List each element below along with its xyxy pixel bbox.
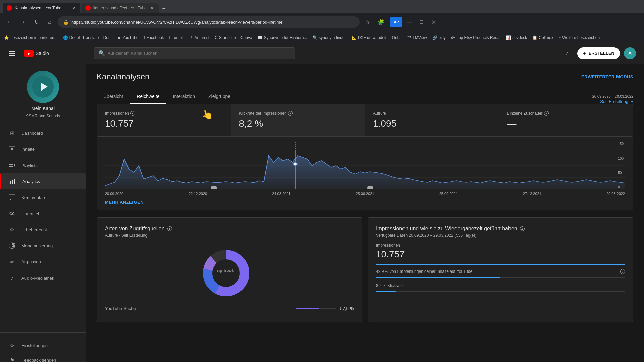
bookmark-canva[interactable]: C Startseite – Canva (215, 35, 252, 40)
stats-row: Impressionen ▲ 10.757 Klickrate der Impr… (97, 104, 633, 137)
x-label-5: 27.12.2021 (523, 192, 541, 196)
bookmark-tmview[interactable]: ™ TMView (407, 35, 427, 40)
help-button[interactable]: ? (560, 47, 573, 60)
sidebar-item-audio[interactable]: ♪ Audio-Mediathek (0, 270, 86, 286)
tab-close-studio[interactable]: ✕ (71, 5, 76, 11)
date-selector: 20.09.2020 – 29.03.2022 Seit Erstellung … (592, 94, 633, 104)
bookmark-youtube[interactable]: ▶ YouTube (118, 35, 138, 40)
svg-rect-27 (367, 186, 373, 189)
date-selector-button[interactable]: Seit Erstellung ▾ (600, 99, 633, 104)
sidebar-item-anpassen[interactable]: ✏ Anpassen (0, 254, 86, 270)
tab-youtube[interactable]: lighter sound effect - YouTube ✕ (81, 3, 159, 13)
extensions-button[interactable]: 🧩 (376, 17, 386, 27)
new-tab-button[interactable]: + (159, 4, 169, 13)
tab-close-youtube[interactable]: ✕ (149, 5, 155, 11)
channel-avatar[interactable] (27, 71, 59, 103)
date-chevron-icon: ▾ (631, 99, 633, 104)
svg-rect-14 (16, 181, 16, 184)
svg-marker-6 (11, 148, 14, 150)
anpassen-label: Anpassen (21, 259, 41, 264)
forward-button[interactable]: → (17, 17, 28, 27)
minimize-button[interactable]: — (404, 17, 415, 27)
chart-x-axis: 20.09.2020 22.12.2020 24.03.2021 25.06.2… (105, 192, 625, 196)
search-icon: 🔍 (98, 50, 105, 56)
bookmark-facebook[interactable]: f Facebook (144, 35, 164, 40)
svg-text:$: $ (12, 242, 15, 248)
einstellungen-label: Einstellungen (21, 343, 48, 348)
back-button[interactable]: ← (4, 17, 15, 27)
funnel-bar-3-fill (376, 291, 396, 292)
top-header: 🔍 ? + ERSTELLEN A (86, 43, 644, 64)
stat-label-klickrate: Klickrate der Impressionen ▲ (239, 111, 357, 116)
y-label-50: 50 (618, 171, 624, 175)
bookmark-star[interactable]: ☆ (362, 17, 373, 27)
extended-mode-button[interactable]: ERWEITERTER MODUS (581, 74, 633, 79)
impressionen-info-icon[interactable]: ▲ (130, 111, 135, 116)
bookmark-collmex[interactable]: 📋 Collmex (532, 35, 553, 40)
bookmark-deepl[interactable]: 🌐 DeepL Translate – Der... (63, 35, 113, 40)
stat-card-zuschauer: Einzelne Zuschauer ▲ — (499, 104, 633, 136)
sidebar-item-urheberrecht[interactable]: © Urheberrecht (0, 222, 86, 238)
inhalte-icon (8, 145, 16, 153)
search-input[interactable] (108, 51, 291, 56)
channel-name: Mein Kanal (31, 106, 55, 111)
sidebar-item-feedback[interactable]: ⚑ Feedback senden (0, 353, 86, 362)
analytics-label: Analytics (22, 179, 40, 184)
show-more-button[interactable]: MEHR ANZEIGEN (105, 200, 625, 205)
sidebar-item-inhalte[interactable]: Inhalte (0, 141, 86, 157)
klickrate-info-icon[interactable]: ▲ (288, 111, 293, 116)
user-avatar[interactable]: A (624, 47, 636, 59)
dashboard-icon: ⊞ (8, 129, 16, 137)
sidebar-item-analytics[interactable]: Analytics (0, 173, 86, 189)
address-bar[interactable]: 🔒 https://studio.youtube.com/channel/UCv… (58, 16, 360, 28)
bookmark-synonyme[interactable]: 📖 Synonyme für Einhorn... (258, 35, 307, 40)
bookmark-tumblr[interactable]: t Tumblr (169, 35, 184, 40)
tab-zielgruppe[interactable]: Zielgruppe (202, 89, 237, 104)
bookmark-synonym-finder[interactable]: 🔍 synonym finder (312, 35, 346, 40)
chart-area: 150 100 50 0 (105, 142, 625, 189)
sidebar-item-einstellungen[interactable]: ⚙ Einstellungen (0, 338, 86, 353)
sidebar-item-monetarisierung[interactable]: $ Monetarisierung (0, 238, 86, 254)
bookmark-sevdesk[interactable]: 📊 sevdesk (506, 35, 527, 40)
bookmark-bitly[interactable]: 🔗 bitly (432, 35, 446, 40)
hamburger-button[interactable] (5, 47, 19, 60)
bookmark-dxf[interactable]: 📐 DXF umwandeln – Onl... (352, 35, 402, 40)
zuschauer-info-icon[interactable]: ▲ (544, 111, 549, 116)
funnel-info-icon[interactable]: ℹ (620, 269, 625, 274)
sidebar-item-dashboard[interactable]: ⊞ Dashboard (0, 125, 86, 141)
audio-icon: ♪ (8, 274, 16, 282)
sidebar-item-kommentare[interactable]: Kommentare (0, 189, 86, 205)
donut-chart: Zugriffsquell... (196, 246, 263, 300)
close-button[interactable]: ✕ (428, 17, 439, 27)
tab-reichweite[interactable]: Reichweite (130, 89, 166, 104)
playlists-icon (8, 161, 16, 169)
bookmark-etsy[interactable]: 🛍 Top Etsy Products Res... (451, 35, 500, 40)
impressions-value: 10.757 (376, 249, 625, 260)
yt-studio-logo[interactable]: Studio (24, 50, 49, 57)
bookmark-pinterest[interactable]: P Pinterest (190, 35, 209, 40)
svg-rect-8 (9, 164, 13, 165)
impressions-funnel: Impressionen 10.757 49,9 % von Empfehlun… (376, 243, 625, 292)
profile-button[interactable]: AP (390, 17, 402, 27)
maximize-button[interactable]: □ (416, 17, 427, 27)
sidebar: Studio Mein Kanal ASMR and Sounds ⊞ Dash… (0, 43, 86, 362)
create-button[interactable]: + ERSTELLEN (577, 47, 620, 59)
tab-ubersicht[interactable]: Übersicht (97, 89, 130, 104)
traffic-info-icon[interactable]: ▲ (167, 226, 172, 231)
stat-value-zuschauer: — (507, 118, 625, 129)
bookmark-more[interactable]: » Weitere Lesezeichen (559, 35, 600, 40)
source-bar-row: 57,9 % (296, 306, 354, 311)
browser-toolbar: ← → ↻ ⌂ 🔒 https://studio.youtube.com/cha… (0, 13, 644, 31)
refresh-button[interactable]: ↻ (31, 17, 42, 27)
impressions-info-icon[interactable]: ▲ (520, 226, 525, 231)
tab-interaktion[interactable]: Interaktion (166, 89, 202, 104)
traffic-sources-title: Arten von Zugriffsquellen ▲ (105, 226, 354, 232)
sidebar-item-untertitel[interactable]: CC Untertitel (0, 205, 86, 222)
sidebar-item-playlists[interactable]: Playlists (0, 157, 86, 173)
impressions-card-date: Verfügbare Daten 20.09.2020 – 29.03.2022… (376, 233, 625, 238)
home-button[interactable]: ⌂ (44, 17, 55, 27)
bookmark-lesezeichen[interactable]: ⭐ Lesezeichen importieren... (4, 35, 58, 40)
tab-studio[interactable]: Kanalanalysen – YouTube Studio ✕ (3, 3, 80, 13)
search-bar[interactable]: 🔍 (94, 47, 295, 59)
source-bar-bg (296, 308, 336, 309)
